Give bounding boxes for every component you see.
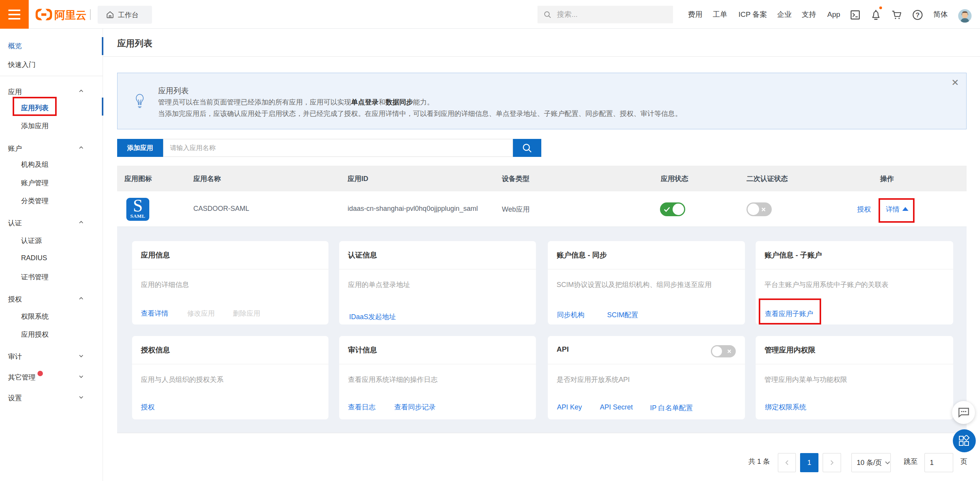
- svg-text:?: ?: [916, 11, 920, 19]
- svg-text:阿里云: 阿里云: [54, 9, 87, 20]
